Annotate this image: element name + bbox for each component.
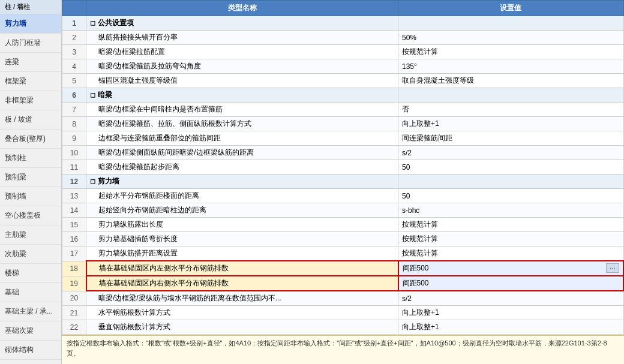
row-name-cell: 暗梁/边框梁侧面纵筋间距暗梁/边框梁纵筋的距离 — [86, 146, 398, 160]
row-number: 2 — [62, 31, 86, 45]
row-number: 1 — [62, 16, 86, 31]
row-value-cell: s/2 — [398, 146, 624, 160]
row-name-cell: 起始水平分布钢筋距楼面的距离 — [86, 189, 398, 203]
sidebar-item-ci-lei[interactable]: 次肋梁 — [0, 245, 61, 264]
sidebar-item-ji-chu[interactable]: 基础 — [0, 283, 61, 302]
row-number: 8 — [62, 117, 86, 131]
sidebar-item-ban-podao[interactable]: 板 / 坡道 — [0, 110, 61, 130]
value-text: 间距500 — [403, 279, 429, 287]
table-row[interactable]: 5锚固区混凝土强度等级值取自身混凝土强度等级 — [62, 74, 624, 88]
sidebar-item-lou-ti[interactable]: 楼梯 — [0, 264, 61, 283]
col-header-name: 类型名称 — [86, 1, 398, 16]
row-name-cell: 剪力墙纵筋搭开距离设置 — [86, 246, 398, 261]
ellipsis-button[interactable]: ··· — [606, 263, 619, 273]
table-row[interactable]: 11暗梁/边框梁箍筋起步距离50 — [62, 160, 624, 175]
table-row[interactable]: 8暗梁/边框梁箍筋、拉筋、侧面纵筋根数计算方式向上取整+1 — [62, 117, 624, 131]
table-row[interactable]: 6◻暗梁 — [62, 88, 624, 103]
col-header-num — [62, 1, 86, 16]
row-number: 16 — [62, 232, 86, 246]
row-number: 6 — [62, 88, 86, 103]
table-row[interactable]: 21水平钢筋根数计算方式向上取整+1 — [62, 306, 624, 320]
sidebar-item-kong-lou[interactable]: 空心楼盖板 — [0, 206, 61, 225]
sidebar-item-shear-wall[interactable]: 剪力墙 — [0, 14, 61, 34]
main-content: 类型名称 设置值 1◻公共设置项2纵筋搭接接头错开百分率50%3暗梁/边框梁拉筋… — [62, 0, 624, 364]
row-name-cell: 墙在基础锚固区内左侧水平分布钢筋排数 — [86, 261, 398, 276]
table-row[interactable]: 15剪力墙纵筋露出长度按规范计算 — [62, 218, 624, 232]
col-header-value: 设置值 — [398, 1, 624, 16]
row-name-cell: 纵筋搭接接头错开百分率 — [86, 31, 398, 45]
table-row[interactable]: 2纵筋搭接接头错开百分率50% — [62, 31, 624, 45]
table-row[interactable]: 14起始竖向分布钢筋距暗柱边的距离s-bhc — [62, 203, 624, 218]
table-row[interactable]: 9边框梁与连梁箍筋重叠部位的箍筋间距同连梁箍筋间距 — [62, 131, 624, 146]
row-value-cell: 按规范计算 — [398, 232, 624, 246]
sidebar-item-zhu-lei[interactable]: 主肋梁 — [0, 225, 61, 245]
row-number: 19 — [62, 276, 86, 291]
table-row[interactable]: 22垂直钢筋根数计算方式向上取整+1 — [62, 320, 624, 335]
sidebar-header: 柱 / 墙柱 — [0, 0, 61, 14]
row-value-cell: 向上取整+1 — [398, 320, 624, 335]
sidebar-item-ji-ci-liang[interactable]: 基础次梁 — [0, 321, 61, 341]
bottom-bar: 按指定根数非布输入格式："根数"或"根数+级别+直径"，如4A10；按指定间距非… — [62, 335, 624, 364]
row-value-cell[interactable]: 间距500··· — [398, 261, 624, 276]
table-row[interactable]: 17剪力墙纵筋搭开距离设置按规范计算 — [62, 246, 624, 261]
value-text: 间距500 — [403, 264, 429, 272]
row-value-cell: 取自身混凝土强度等级 — [398, 74, 624, 88]
sidebar-item-yu-qiang[interactable]: 预制墙 — [0, 187, 61, 206]
settings-table: 类型名称 设置值 1◻公共设置项2纵筋搭接接头错开百分率50%3暗梁/边框梁拉筋… — [62, 0, 624, 335]
table-row[interactable]: 19墙在基础锚固区内右侧水平分布钢筋排数间距500 — [62, 276, 624, 291]
row-value — [398, 16, 624, 31]
sidebar-item-civil-defense[interactable]: 人防门框墙 — [0, 34, 61, 53]
table-row[interactable]: 4暗梁/边框梁箍筋及拉筋弯勾角度135° — [62, 59, 624, 74]
sidebar-item-ji-zhu-liang[interactable]: 基础主梁 / 承... — [0, 302, 61, 321]
row-name-cell: 暗梁/边框梁箍筋及拉筋弯勾角度 — [86, 59, 398, 74]
row-name-cell: 暗梁/边框梁箍筋、拉筋、侧面纵筋根数计算方式 — [86, 117, 398, 131]
sidebar-item-yu-liang[interactable]: 预制梁 — [0, 168, 61, 187]
sidebar-item-die-ban[interactable]: 叠合板(整厚) — [0, 130, 61, 149]
table-row[interactable]: 1◻公共设置项 — [62, 16, 624, 31]
row-number: 9 — [62, 131, 86, 146]
table-row[interactable]: 13起始水平分布钢筋距楼面的距离50 — [62, 189, 624, 203]
table-row[interactable]: 16剪力墙基础插筋弯折长度按规范计算 — [62, 232, 624, 246]
sidebar: 柱 / 墙柱 剪力墙 人防门框墙 连梁 框架梁 非框架梁 板 / 坡道 叠合板(… — [0, 0, 62, 364]
table-container[interactable]: 类型名称 设置值 1◻公共设置项2纵筋搭接接头错开百分率50%3暗梁/边框梁拉筋… — [62, 0, 624, 335]
row-value-cell: 向上取整+1 — [398, 117, 624, 131]
row-number: 5 — [62, 74, 86, 88]
table-row[interactable]: 12◻剪力墙 — [62, 175, 624, 189]
row-name-cell: 水平钢筋根数计算方式 — [86, 306, 398, 320]
row-number: 12 — [62, 175, 86, 189]
row-section-name: ◻剪力墙 — [86, 175, 398, 189]
table-row[interactable]: 18墙在基础锚固区内左侧水平分布钢筋排数间距500··· — [62, 261, 624, 276]
row-number: 14 — [62, 203, 86, 218]
row-value-cell: 向上取整+1 — [398, 306, 624, 320]
table-row[interactable]: 10暗梁/边框梁侧面纵筋间距暗梁/边框梁纵筋的距离s/2 — [62, 146, 624, 160]
row-number: 15 — [62, 218, 86, 232]
row-number: 10 — [62, 146, 86, 160]
row-value-cell: s-bhc — [398, 203, 624, 218]
row-value-cell: 否 — [398, 103, 624, 117]
table-row[interactable]: 3暗梁/边框梁拉筋配置按规范计算 — [62, 45, 624, 59]
sidebar-item-fei-kuang[interactable]: 非框架梁 — [0, 91, 61, 110]
row-number: 21 — [62, 306, 86, 320]
row-name-cell: 暗梁/边框梁/梁纵筋与墙水平钢筋的距离在数值范围内不... — [86, 291, 398, 306]
row-name-cell: 暗梁/边框梁拉筋配置 — [86, 45, 398, 59]
row-value-cell: 50 — [398, 160, 624, 175]
sidebar-item-yu-zhu[interactable]: 预制柱 — [0, 149, 61, 168]
row-value-cell[interactable]: 间距500 — [398, 276, 624, 291]
table-row[interactable]: 7暗梁/边框梁在中间暗柱内是否布置箍筋否 — [62, 103, 624, 117]
row-number: 20 — [62, 291, 86, 306]
row-number: 4 — [62, 59, 86, 74]
sidebar-item-qi-ti-gou[interactable]: 砌体结构 — [0, 341, 61, 360]
row-value-cell: 同连梁箍筋间距 — [398, 131, 624, 146]
row-value — [398, 88, 624, 103]
row-value-cell: 按规范计算 — [398, 45, 624, 59]
row-value-cell: 50 — [398, 189, 624, 203]
table-row[interactable]: 20暗梁/边框梁/梁纵筋与墙水平钢筋的距离在数值范围内不...s/2 — [62, 291, 624, 306]
row-number: 13 — [62, 189, 86, 203]
row-number: 3 — [62, 45, 86, 59]
sidebar-item-lian-liang[interactable]: 连梁 — [0, 53, 61, 72]
row-section-name: ◻暗梁 — [86, 88, 398, 103]
sidebar-item-kuang-liang[interactable]: 框架梁 — [0, 72, 61, 91]
row-value-cell: 135° — [398, 59, 624, 74]
row-value-cell: s/2 — [398, 291, 624, 306]
row-number: 7 — [62, 103, 86, 117]
